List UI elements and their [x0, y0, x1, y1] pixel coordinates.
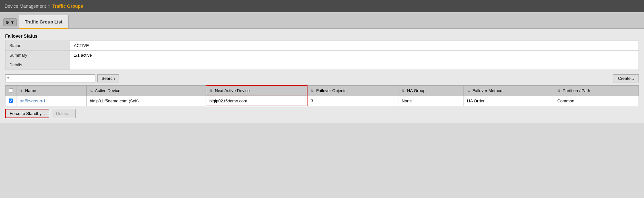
chevron-down-icon: ▼ [10, 20, 15, 25]
th-checkbox [5, 85, 16, 96]
sort-arrows-active-device: ⇅ [90, 89, 93, 93]
td-checkbox [5, 96, 16, 106]
failover-status-table: Status ACTIVE Summary 1/1 active Details [5, 41, 639, 70]
data-table: ⬆ Name ⇅ Active Device ⇅ Next Active Dev… [5, 85, 639, 106]
status-label: Status [5, 41, 70, 51]
sort-arrows-failover-method: ⇅ [467, 89, 470, 93]
th-failover-objects: ⇅ Failover Objects [307, 85, 398, 96]
table-header-row: ⬆ Name ⇅ Active Device ⇅ Next Active Dev… [5, 85, 639, 96]
th-partition-path: ⇅ Partition / Path [554, 85, 639, 96]
gear-icon: ⚙ [5, 20, 9, 25]
search-row: Search Create... [5, 74, 639, 82]
th-next-active-device-label: Next Active Device [215, 88, 249, 93]
td-next-active-device: bigip02.f5demo.com [206, 96, 307, 106]
status-row: Status ACTIVE [5, 41, 639, 51]
search-left: Search [5, 74, 119, 82]
details-value [70, 60, 639, 70]
th-active-device: ⇅ Active Device [86, 85, 206, 96]
nav-plain: Device Management [5, 4, 46, 9]
row-name-link[interactable]: traffic-group-1 [20, 99, 46, 103]
nav-active: Traffic Groups [52, 4, 83, 9]
tab-bar: ⚙ ▼ Traffic Group List [0, 12, 644, 29]
sort-arrows-name: ⬆ [20, 89, 23, 93]
th-failover-objects-label: Failover Objects [316, 88, 346, 93]
th-ha-group: ⇅ HA Group [398, 85, 464, 96]
row-checkbox[interactable] [9, 99, 13, 103]
th-ha-group-label: HA Group [407, 88, 425, 93]
nav-separator: » [48, 4, 50, 9]
th-failover-method-label: Failover Method [473, 88, 503, 93]
select-all-checkbox[interactable] [9, 88, 13, 92]
action-row: Force to Standby... Delete... [5, 109, 639, 118]
top-nav: Device Management » Traffic Groups [0, 0, 644, 12]
create-button[interactable]: Create... [613, 74, 639, 82]
summary-value: 1/1 active [70, 51, 639, 60]
th-partition-path-label: Partition / Path [563, 88, 590, 93]
th-active-device-label: Active Device [95, 88, 120, 93]
table-row: traffic-group-1 bigip01.f5demo.com (Self… [5, 96, 639, 106]
td-failover-objects: 3 [307, 96, 398, 106]
gear-button[interactable]: ⚙ ▼ [3, 18, 17, 26]
td-name: traffic-group-1 [16, 96, 87, 106]
sort-arrows-next-active-device: ⇅ [210, 89, 212, 93]
td-failover-method: HA Order [464, 96, 554, 106]
failover-status-title: Failover Status [5, 33, 639, 39]
td-ha-group: None [398, 96, 464, 106]
status-value: ACTIVE [70, 41, 639, 51]
details-row: Details [5, 60, 639, 70]
tab-label: Traffic Group List [25, 19, 63, 24]
th-failover-method: ⇅ Failover Method [464, 85, 554, 96]
summary-row: Summary 1/1 active [5, 51, 639, 60]
summary-label: Summary [5, 51, 70, 60]
details-label: Details [5, 60, 70, 70]
sort-arrows-ha-group: ⇅ [402, 89, 405, 93]
search-button[interactable]: Search [97, 74, 119, 82]
th-next-active-device: ⇅ Next Active Device [206, 85, 307, 96]
search-input[interactable] [5, 74, 95, 82]
tab-traffic-group-list[interactable]: Traffic Group List [19, 15, 69, 28]
th-name: ⬆ Name [16, 85, 87, 96]
td-partition-path: Common [554, 96, 639, 106]
delete-button[interactable]: Delete... [52, 109, 76, 118]
sort-arrows-partition-path: ⇅ [557, 89, 560, 93]
sort-arrows-failover-objects: ⇅ [311, 89, 314, 93]
main-content: Failover Status Status ACTIVE Summary 1/… [0, 29, 644, 123]
th-name-label: Name [25, 88, 36, 93]
force-standby-button[interactable]: Force to Standby... [5, 109, 49, 118]
td-active-device: bigip01.f5demo.com (Self) [86, 96, 206, 106]
